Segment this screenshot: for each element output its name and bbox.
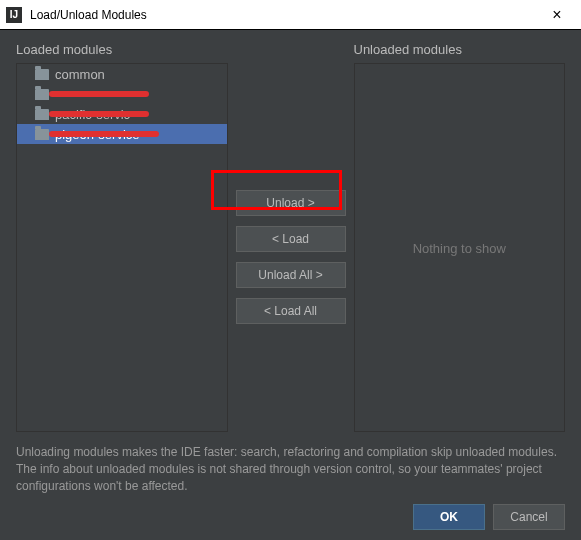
close-icon[interactable]: × [537,0,577,30]
module-item[interactable]: common [17,64,227,84]
loaded-panel: Loaded modules common pacific-servic pig… [16,42,228,432]
unloaded-label: Unloaded modules [354,42,566,57]
center-buttons: Unload > < Load Unload All > < Load All [236,42,346,432]
unloaded-panel: Unloaded modules Nothing to show [354,42,566,432]
redaction-mark [49,131,159,137]
module-label: common [55,67,105,82]
content-area: Loaded modules common pacific-servic pig… [0,30,581,440]
hint-text: Unloading modules makes the IDE faster: … [0,440,581,504]
loaded-listbox[interactable]: common pacific-servic pigeon-service [16,63,228,432]
folder-icon [35,129,49,140]
unload-button[interactable]: Unload > [236,190,346,216]
module-item[interactable]: pigeon-service [17,124,227,144]
redaction-mark [49,91,149,97]
module-item[interactable]: pacific-servic [17,104,227,124]
loaded-label: Loaded modules [16,42,228,57]
folder-icon [35,109,49,120]
load-button[interactable]: < Load [236,226,346,252]
unload-all-button[interactable]: Unload All > [236,262,346,288]
folder-icon [35,69,49,80]
footer: OK Cancel [0,504,581,540]
load-all-button[interactable]: < Load All [236,298,346,324]
ok-button[interactable]: OK [413,504,485,530]
unloaded-listbox[interactable]: Nothing to show [354,63,566,432]
redaction-mark [49,111,149,117]
folder-icon [35,89,49,100]
app-icon: IJ [6,7,22,23]
cancel-button[interactable]: Cancel [493,504,565,530]
empty-text: Nothing to show [413,240,506,255]
window-title: Load/Unload Modules [30,8,537,22]
module-item[interactable] [17,84,227,104]
titlebar: IJ Load/Unload Modules × [0,0,581,30]
